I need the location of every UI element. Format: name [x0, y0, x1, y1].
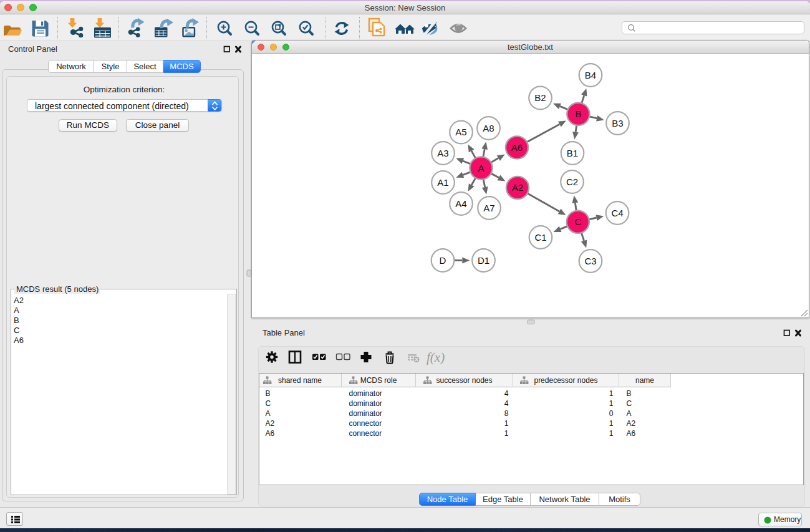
- svg-text:B1: B1: [567, 148, 578, 158]
- svg-text:D: D: [440, 255, 446, 266]
- svg-text:A3: A3: [437, 148, 448, 158]
- svg-text:A4: A4: [455, 198, 466, 209]
- svg-text:A5: A5: [455, 127, 466, 137]
- svg-text:C1: C1: [534, 232, 546, 243]
- svg-text:A1: A1: [437, 177, 448, 188]
- svg-text:B3: B3: [612, 118, 623, 128]
- svg-text:A7: A7: [483, 203, 494, 213]
- svg-text:A2: A2: [512, 182, 523, 193]
- svg-text:C2: C2: [566, 177, 578, 187]
- svg-text:B4: B4: [585, 70, 596, 80]
- svg-text:B: B: [575, 109, 581, 119]
- svg-text:B2: B2: [534, 92, 546, 103]
- svg-text:C3: C3: [584, 256, 596, 266]
- svg-text:A6: A6: [511, 142, 523, 153]
- svg-text:A8: A8: [483, 123, 494, 133]
- svg-text:D1: D1: [478, 255, 489, 266]
- svg-text:A: A: [478, 163, 484, 173]
- svg-text:C: C: [574, 216, 581, 227]
- svg-text:C4: C4: [611, 208, 623, 218]
